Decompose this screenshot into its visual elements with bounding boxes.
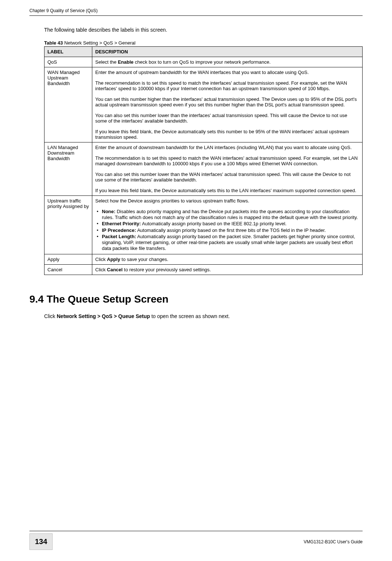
text: Automatically assign priority based on t… (102, 234, 355, 251)
text-bold: Network Setting > QoS > Queue Setup (57, 313, 150, 319)
text: The recommendation is to set this speed … (95, 155, 359, 166)
cell-label: Cancel (44, 265, 92, 275)
guide-name: VMG1312-B10C User's Guide (304, 539, 363, 544)
footer-rule (29, 531, 363, 531)
cell-label: Upstream traffic priority Assigned by (44, 196, 92, 254)
header-rule (29, 15, 363, 16)
cell-label: LAN Managed Downstream Bandwidth (44, 142, 92, 196)
cell-description: Enter the amount of downstream bandwidth… (92, 142, 363, 196)
text-bold: Ethernet Priority: (102, 221, 141, 226)
list-item: Packet Length: Automatically assign prio… (102, 234, 359, 251)
th-label: LABEL (44, 47, 92, 57)
text: Click (44, 313, 57, 319)
text: to restore your previously saved setting… (122, 267, 211, 272)
cell-label: WAN Managed Upstream Bandwidth (44, 67, 92, 142)
text: Click (95, 257, 107, 262)
settings-table: LABEL DESCRIPTION QoS Select the Enable … (44, 46, 363, 275)
text: If you leave this field blank, the Devic… (95, 129, 359, 140)
intro-text: The following table describes the labels… (44, 27, 363, 33)
list-item: Ethernet Priority: Automatically assign … (102, 221, 359, 227)
text: Automatically assign priority based on t… (141, 221, 286, 226)
text-bold: Cancel (107, 267, 123, 272)
table-row: Apply Click Apply to save your changes. (44, 254, 363, 265)
cell-description: Click Cancel to restore your previously … (92, 265, 363, 275)
cell-description: Select the Enable check box to turn on Q… (92, 57, 363, 67)
text-bold: IP Precedence: (102, 227, 136, 233)
text: Automatically assign priority based on t… (136, 227, 326, 233)
cell-label: Apply (44, 254, 92, 265)
text: to save your changes. (120, 257, 168, 262)
text-bold: Enable (118, 59, 133, 65)
text: Select the (95, 59, 118, 65)
table-header-row: LABEL DESCRIPTION (44, 47, 363, 57)
page-number: 134 (29, 533, 53, 550)
table-row: QoS Select the Enable check box to turn … (44, 57, 363, 67)
table-number: Table 43 (44, 40, 63, 46)
table-row: Upstream traffic priority Assigned by Se… (44, 196, 363, 254)
cell-label: QoS (44, 57, 92, 67)
text-bold: None: (102, 209, 115, 214)
text: Select how the Device assigns priorities… (95, 198, 359, 204)
text: You can set this number higher than the … (95, 96, 359, 107)
options-list: None: Disables auto priority mapping and… (95, 209, 359, 251)
text: You can also set this number lower than … (95, 113, 359, 124)
section-body: Click Network Setting > QoS > Queue Setu… (44, 313, 363, 319)
th-description: DESCRIPTION (92, 47, 363, 57)
list-item: IP Precedence: Automatically assign prio… (102, 227, 359, 233)
table-row: WAN Managed Upstream Bandwidth Enter the… (44, 67, 363, 142)
text-bold: Apply (107, 257, 120, 262)
text: Enter the amount of downstream bandwidth… (95, 145, 359, 150)
text: If you leave this field blank, the Devic… (95, 188, 359, 193)
text: check box to turn on QoS to improve your… (133, 59, 271, 65)
text: You can also set this number lower than … (95, 172, 359, 183)
cell-description: Select how the Device assigns priorities… (92, 196, 363, 254)
table-title: Network Setting > QoS > General (63, 40, 135, 46)
section-heading: 9.4 The Queue Setup Screen (29, 293, 363, 305)
text: The recommendation is to set this speed … (95, 80, 359, 91)
text: Click (95, 267, 107, 272)
page-footer: 134 VMG1312-B10C User's Guide (29, 531, 363, 550)
cell-description: Click Apply to save your changes. (92, 254, 363, 265)
table-row: Cancel Click Cancel to restore your prev… (44, 265, 363, 275)
text: Enter the amount of upstream bandwidth f… (95, 70, 359, 75)
table-caption: Table 43 Network Setting > QoS > General (44, 40, 363, 46)
table-row: LAN Managed Downstream Bandwidth Enter t… (44, 142, 363, 196)
list-item: None: Disables auto priority mapping and… (102, 209, 359, 220)
text-bold: Packet Length: (102, 234, 136, 239)
text: Disables auto priority mapping and has t… (102, 209, 358, 220)
cell-description: Enter the amount of upstream bandwidth f… (92, 67, 363, 142)
text: to open the screen as shown next. (150, 313, 230, 319)
chapter-header: Chapter 9 Quality of Service (QoS) (29, 0, 363, 15)
